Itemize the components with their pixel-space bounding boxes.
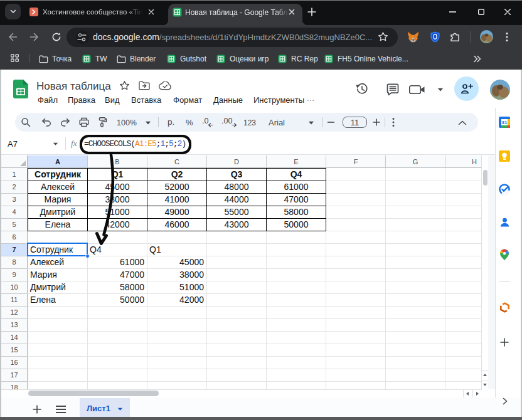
- svg-text:31: 31: [502, 120, 508, 125]
